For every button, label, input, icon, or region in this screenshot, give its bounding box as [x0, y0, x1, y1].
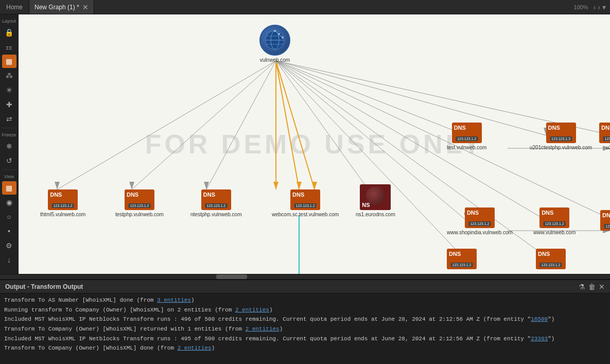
filter-button[interactable]: ⚗ [579, 283, 585, 291]
graph-canvas[interactable]: FOR DEMO USE ONLY [19, 14, 610, 274]
svg-marker-18 [55, 182, 60, 189]
svg-line-2 [276, 61, 315, 189]
globe-icon [259, 25, 290, 56]
node-u201[interactable]: 123.123.1.2 u201... [599, 123, 610, 150]
zoom-indicator: 100% [574, 4, 588, 10]
svg-line-3 [57, 61, 276, 189]
node-testphp-label: testphp.vulnweb.com [115, 212, 164, 217]
node-test[interactable]: 123.123.1.2 test.vulnweb.com [447, 123, 486, 150]
link-16509[interactable]: 16509 [531, 316, 548, 322]
link-2entities-2[interactable]: 2 entities [246, 326, 280, 332]
node-thtml5[interactable]: 123.123.1.2 thtml5.vulnweb.com [40, 189, 85, 217]
output-header: Output - Transform Output ⚗ 🗑 ✕ [0, 280, 610, 293]
svg-point-38 [278, 33, 280, 35]
layout-section-label: Layout [0, 19, 18, 24]
node-wwwvulnweb[interactable]: 123.123.1.2 www.vulnweb.com [533, 207, 576, 235]
dns-icon-5c: 123.123.1.2 [600, 210, 610, 231]
svg-marker-17 [312, 182, 317, 189]
edges-svg [19, 14, 610, 274]
view-section-label: View [0, 174, 18, 179]
dot-icon[interactable]: • [2, 224, 16, 238]
svg-line-8 [276, 61, 546, 135]
snowflake-icon[interactable]: ❄ [2, 140, 16, 153]
hscrollbar[interactable] [0, 274, 610, 279]
node-bottom2[interactable]: 123.123.1.2 [536, 249, 566, 271]
svg-line-4 [132, 61, 276, 189]
link-2entities-1[interactable]: 2 entities [235, 307, 269, 313]
svg-marker-16 [297, 182, 302, 189]
home-tab[interactable]: Home [0, 0, 29, 14]
output-line-6: Transform To Company (Owner) [WhoisXML] … [4, 343, 606, 353]
view-grid-icon[interactable]: ▦ [2, 181, 16, 195]
svg-marker-15 [273, 182, 278, 189]
dns-icon-webcom: 123.123.1.2 [290, 189, 320, 210]
link-23393[interactable]: 23393 [531, 336, 548, 342]
settings-icon[interactable]: ⚙ [2, 239, 16, 252]
cluster-icon[interactable]: ⁂ [2, 69, 16, 82]
output-line-1: Transform To AS Number [WhoisXML] done (… [4, 296, 606, 305]
ns-icon [360, 184, 391, 210]
divider-1 [2, 128, 16, 128]
dns-icon-shopindia: 123.123.1.2 [465, 207, 495, 228]
graph-tab[interactable]: New Graph (1) * ✕ [29, 0, 94, 14]
node-ns1[interactable]: ns1.eurodns.com [356, 184, 395, 217]
node-5c[interactable]: 123.123.1.2 5c... [600, 210, 610, 238]
output-line-4: Transform To Company (Owner) [WhoisXML] … [4, 324, 606, 334]
svg-line-7 [276, 61, 466, 135]
grid-icon[interactable]: ▦ [2, 55, 16, 68]
link-3entities[interactable]: 3 entities [157, 297, 191, 303]
node-ntestphp[interactable]: 123.123.1.2 ntestphp.vulnweb.com [190, 189, 242, 217]
eye-icon[interactable]: ◉ [2, 196, 16, 209]
node-ns1-label: ns1.eurodns.com [356, 212, 395, 217]
node-wwwvulnweb-label: www.vulnweb.com [533, 230, 576, 235]
refresh-icon[interactable]: ↺ [2, 154, 16, 167]
dns-icon-ntestphp: 123.123.1.2 [201, 189, 231, 210]
svg-point-40 [274, 30, 276, 32]
node-webcom[interactable]: 123.123.1.2 webcom.sc.test.vulnweb.com [272, 189, 339, 217]
svg-marker-19 [129, 182, 134, 189]
node-u201c-label: u201ctestphp.vulnweb.com [530, 145, 592, 150]
circle-icon[interactable]: ○ [2, 210, 16, 223]
nav-forward-button[interactable]: › [598, 3, 600, 11]
node-shopindia[interactable]: 123.123.1.2 www.shopindia.vulnweb.com [447, 207, 513, 235]
dns-icon-wwwvulnweb: 123.123.1.2 [539, 207, 569, 228]
svg-point-39 [282, 37, 284, 39]
left-sidebar: Layout 🔒 ⚏ ▦ ⁂ ✳ ✚ ⇄ Freeze ❄ ↺ View ▦ ◉… [0, 14, 19, 274]
dns-icon-testphp: 123.123.1.2 [125, 189, 154, 210]
nav-menu-button[interactable]: ▾ [602, 3, 606, 11]
dns-icon-thtml5: 123.123.1.2 [48, 189, 78, 210]
cross-icon[interactable]: ✚ [2, 98, 16, 111]
output-line-5: Included MST WhoisXML IP Netblocks Trans… [4, 334, 606, 344]
dns-icon-bottom1: 123.123.1.2 [447, 249, 477, 269]
node-test-label: test.vulnweb.com [447, 145, 486, 150]
svg-line-13 [276, 61, 466, 261]
arrow-down-icon[interactable]: ↓ [2, 253, 16, 267]
nav-back-button[interactable]: ‹ [594, 3, 596, 11]
dns-icon-bottom2: 123.123.1.2 [536, 249, 566, 269]
hierarchy-icon[interactable]: ⚏ [2, 40, 16, 54]
radial-icon[interactable]: ✳ [2, 83, 16, 97]
trash-button[interactable]: 🗑 [588, 283, 596, 291]
transform-icon[interactable]: ⇄ [2, 112, 16, 126]
top-bar: Home New Graph (1) * ✕ 100% ‹ › ▾ [0, 0, 610, 14]
watermark: FOR DEMO USE ONLY [145, 129, 484, 160]
link-2entities-3[interactable]: 2 entities [178, 345, 212, 351]
root-node[interactable]: vulnweb.com [259, 25, 290, 63]
node-u201c[interactable]: 123.123.1.3 u201ctestphp.vulnweb.com [530, 123, 592, 150]
nav-arrows: 100% ‹ › ▾ [574, 3, 610, 11]
close-tab-button[interactable]: ✕ [82, 4, 89, 11]
divider-2 [2, 169, 16, 170]
node-bottom1[interactable]: 123.123.1.2 [447, 249, 477, 271]
svg-line-1 [276, 61, 299, 189]
svg-line-5 [206, 61, 276, 189]
lock-icon[interactable]: 🔒 [2, 26, 16, 39]
hscrollbar-thumb[interactable] [216, 274, 247, 279]
output-title: Output - Transform Output [5, 283, 574, 290]
output-content: Transform To AS Number [WhoisXML] done (… [0, 293, 610, 364]
node-ntestphp-label: ntestphp.vulnweb.com [190, 212, 242, 217]
close-output-button[interactable]: ✕ [599, 283, 605, 291]
freeze-section-label: Freeze [0, 132, 18, 137]
root-node-label: vulnweb.com [260, 57, 290, 63]
output-line-3: Included MST WhoisXML IP Netblocks Trans… [4, 315, 606, 324]
node-testphp[interactable]: 123.123.1.2 testphp.vulnweb.com [115, 189, 164, 217]
